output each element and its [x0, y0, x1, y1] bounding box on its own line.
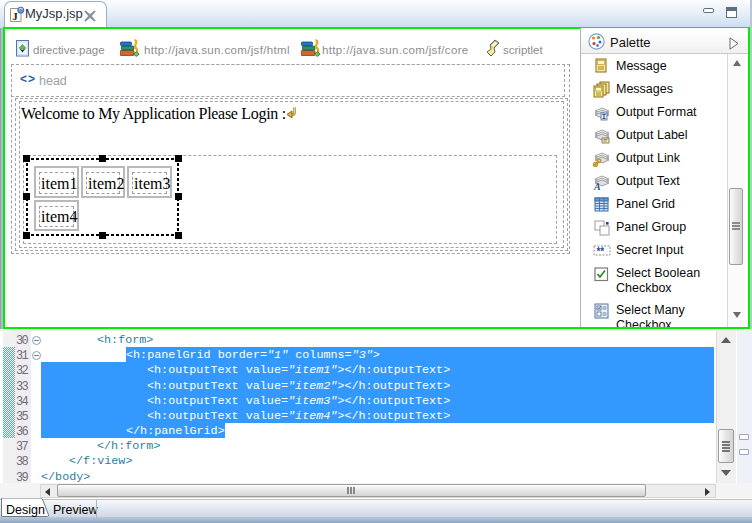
svg-text:**: ** [596, 246, 604, 257]
svg-text:A: A [593, 181, 601, 190]
svg-text:J: J [12, 10, 18, 22]
